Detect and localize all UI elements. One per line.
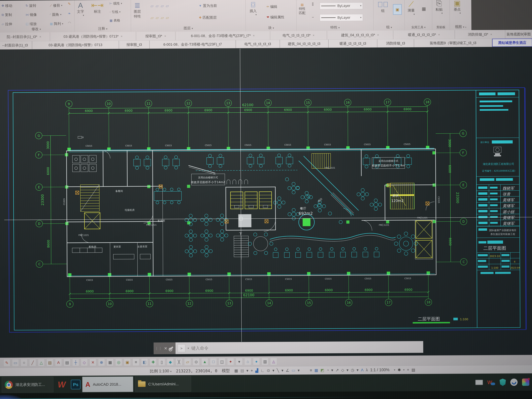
customize-list-icon[interactable]: ▤	[412, 367, 415, 372]
tool-box[interactable]: □	[210, 358, 217, 365]
wps-icon[interactable]: W	[58, 380, 66, 390]
group-button[interactable]: ◯⃘组	[377, 1, 388, 13]
rotate-button[interactable]: ↻旋转	[25, 3, 36, 8]
measure-button[interactable]: ⟋测量▾	[408, 0, 415, 16]
input-method-icon[interactable]	[475, 380, 483, 385]
model-space-button[interactable]: 模型	[222, 368, 230, 374]
close-command-icon[interactable]: ✕	[164, 346, 167, 351]
antivirus-shield-icon[interactable]	[500, 379, 506, 386]
command-input[interactable]: 键入命令	[191, 345, 209, 351]
lineweight-icon[interactable]: ≡	[310, 368, 312, 373]
polar-icon[interactable]: ⊙	[267, 368, 270, 373]
tab-close-icon[interactable]: ×	[313, 33, 314, 37]
set-current-button[interactable]: ▼置为当前	[199, 3, 217, 8]
drawing-tab[interactable]: 消防排烟_t3*×	[455, 30, 505, 39]
block-edit-button[interactable]: ✏编辑	[266, 4, 277, 9]
ucs-icon[interactable]: ◔	[327, 368, 329, 373]
infer-icon[interactable]: ⌖	[251, 368, 253, 373]
layout-tab[interactable]: 建筑_04_t3_t3_t3_t3	[280, 40, 329, 48]
layer-properties-button[interactable]: ≣ 图层特性	[134, 1, 141, 19]
tab-close-icon[interactable]: ×	[377, 33, 379, 37]
linetype-stack-icon[interactable]: ┅	[312, 16, 314, 19]
layers-panel-label[interactable]: 图层 ▾	[131, 25, 246, 31]
drawing-tab[interactable]: 院--封面目录(1)_t3*×	[0, 32, 50, 41]
drawing-tab[interactable]: 暖通_t3_t3_t3_t3*×	[393, 30, 455, 39]
match-layer-button[interactable]: ❖匹配图层	[199, 15, 217, 20]
tool-circle[interactable]: ○	[21, 359, 27, 366]
wps-cloud-icon[interactable]: W	[487, 379, 495, 385]
zoom-dropdown-icon[interactable]: ▾	[394, 368, 395, 372]
taskbar-explorer-button[interactable]: C:\Users\Admini...	[135, 376, 191, 392]
tool-block[interactable]: ▣	[124, 359, 131, 366]
tool-rect[interactable]: ▭	[12, 359, 19, 366]
calculator-icon[interactable]: ▦	[422, 6, 426, 12]
tool-dot[interactable]: ⊙	[193, 358, 200, 366]
tool-ball[interactable]: ●	[253, 358, 260, 365]
layout-tab[interactable]: 电气_t3_t3_t3_t3	[236, 40, 280, 48]
tool-star[interactable]: ✦	[227, 358, 234, 365]
tab-close-icon[interactable]: ×	[490, 32, 492, 36]
mirror-button[interactable]: ⋈镜像	[25, 12, 37, 17]
tool-table[interactable]: ▦	[107, 359, 114, 366]
array-dropdown-icon[interactable]: ▾	[62, 22, 63, 25]
layout-tab[interactable]: 报审图_t3	[119, 40, 150, 49]
command-palette[interactable]: ⋮⋮ ✕ ＞ ▾ 键入命令	[153, 341, 423, 354]
drop5-icon[interactable]: ▾	[331, 368, 333, 372]
leader-button[interactable]: ◦引线▾	[110, 10, 120, 14]
layout-tab[interactable]: 6-001-08、金谷-T3塔楼-电气(23F)_t7	[150, 40, 236, 49]
grid-icon[interactable]: ▦	[234, 368, 238, 373]
modify-panel-label[interactable]: 修改 ▾	[0, 26, 74, 32]
copy-button[interactable]: ⧉复制	[1, 13, 12, 17]
block-panel-label[interactable]: 块 ▾	[246, 25, 296, 30]
drawing-tab[interactable]: 6-001-08、金谷-T3塔楼-电气(23F)_t7*×	[176, 31, 270, 40]
trim-dropdown-icon[interactable]: ▾	[61, 4, 62, 7]
tool-target[interactable]: ◎	[115, 359, 122, 366]
layout-tab[interactable]: 暖通_t3_t3_t3_t3	[329, 39, 377, 48]
lasso-icon[interactable]: ◠	[68, 21, 71, 25]
fillet-button[interactable]: ◜圆角▾	[50, 12, 61, 17]
ortho-icon[interactable]: ∟	[261, 368, 265, 373]
drawing-tab[interactable]: 建筑_04_t3_t3_t3_t3*×	[327, 31, 393, 40]
scale-control[interactable]: 比例 1:100 ▾	[150, 368, 171, 374]
view-panel-label[interactable]: 视图 ▾ »	[450, 24, 471, 29]
dyn-icon[interactable]: ▟	[255, 368, 258, 373]
tool-home[interactable]: ⌂	[244, 358, 251, 365]
lineweight-stack-icon[interactable]: ≡≡	[312, 2, 314, 6]
arrow-icon[interactable]: ↗	[336, 368, 339, 372]
tool-rows[interactable]: ▥	[262, 358, 268, 365]
tool-half[interactable]: ◧	[141, 359, 148, 366]
layout-tab[interactable]: 装饰底图9（审图)2竣工_t3_t3	[414, 39, 492, 47]
settings-gear-icon[interactable]: ✱	[398, 367, 401, 372]
layout-tab[interactable]: 消防排烟_t3	[377, 39, 414, 48]
tool-skew[interactable]: ▱	[184, 358, 191, 366]
angle-icon[interactable]: ∠	[286, 368, 289, 373]
iso-icon[interactable]: ◇	[341, 368, 344, 372]
drop6-icon[interactable]: ▾	[347, 368, 348, 372]
brush-icon[interactable]: ❧	[68, 12, 71, 16]
layout-tab[interactable]: --封面目录(1)_t3	[0, 41, 32, 50]
wrench-icon[interactable]	[169, 346, 173, 350]
tool-line[interactable]: ╱	[29, 359, 36, 366]
tool-grid[interactable]: ┼	[72, 359, 79, 366]
transparency-icon[interactable]: ▦	[314, 368, 318, 373]
tool-split[interactable]: ◫	[219, 358, 226, 365]
tool-osnap[interactable]: ⊕	[98, 359, 105, 366]
tab-close-icon[interactable]: ×	[253, 34, 255, 38]
insert-button[interactable]: ⌼插入▾	[250, 1, 257, 16]
drawing-tab[interactable]: 报审图_t3*×	[136, 32, 176, 40]
annot-icon[interactable]: Λ	[361, 368, 364, 372]
stretch-button[interactable]: ▱拉伸	[2, 22, 12, 26]
taskbar-autocad-button[interactable]: A AutoCAD 2018...	[82, 377, 133, 392]
command-dropdown-icon[interactable]: ▾	[188, 347, 189, 350]
tab-close-icon[interactable]: ×	[121, 34, 122, 38]
match-props-button[interactable]: ▤ 特性匹配	[299, 3, 305, 15]
cad-canvas[interactable]	[0, 47, 532, 358]
group-select-toggle[interactable]: ▣	[393, 4, 402, 15]
tool-text[interactable]: A	[55, 359, 62, 366]
annot2-icon[interactable]: λ	[366, 368, 368, 372]
fillet-dropdown-icon[interactable]: ▾	[60, 13, 61, 16]
layer-tools-row2[interactable]: ▱▱▱▱	[151, 15, 171, 20]
tool-hatch[interactable]: ▨	[46, 359, 53, 366]
groups-panel-label[interactable]: 组 ▾	[374, 25, 405, 30]
tab-close-icon[interactable]: ×	[164, 34, 166, 38]
